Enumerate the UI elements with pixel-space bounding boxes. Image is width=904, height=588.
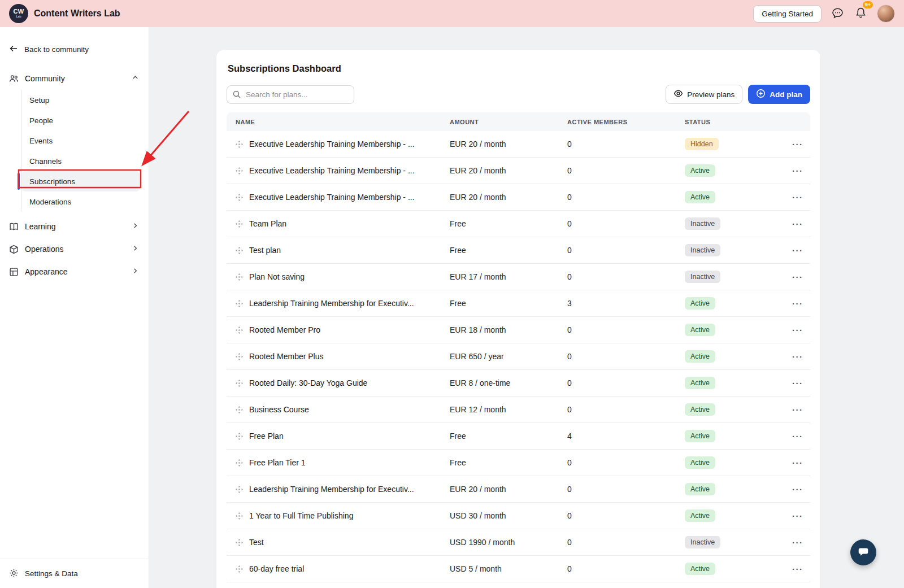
plan-active-members: 0	[558, 405, 676, 414]
row-menu-button[interactable]: ···	[792, 166, 803, 176]
drag-handle-icon[interactable]	[236, 459, 243, 467]
row-menu-button[interactable]: ···	[792, 485, 803, 494]
column-header-amount: AMOUNT	[441, 119, 558, 125]
getting-started-button[interactable]: Getting Started	[753, 5, 822, 23]
drag-handle-icon[interactable]	[236, 512, 243, 520]
row-menu-button[interactable]: ···	[792, 564, 803, 574]
table-row[interactable]: Executive Leadership Training Membership…	[227, 158, 810, 184]
drag-handle-icon[interactable]	[236, 273, 243, 281]
row-menu-button[interactable]: ···	[792, 140, 803, 149]
table-row[interactable]: Free Plan Free 4 Active ···	[227, 423, 810, 450]
bell-icon	[855, 7, 867, 20]
sidebar-nav: Community Setup People Events Channels S…	[0, 62, 149, 283]
table-row[interactable]: Free Plan Tier 1 Free 0 Active ···	[227, 450, 810, 476]
sidebar-group-appearance[interactable]: Appearance	[0, 260, 149, 283]
group-label-community: Community	[25, 74, 65, 83]
preview-plans-button[interactable]: Preview plans	[666, 85, 742, 104]
drag-handle-icon[interactable]	[236, 406, 243, 413]
drag-handle-icon[interactable]	[236, 194, 243, 201]
drag-handle-icon[interactable]	[236, 326, 243, 334]
sidebar-item-channels[interactable]: Channels	[21, 151, 140, 171]
drag-handle-icon[interactable]	[236, 565, 243, 573]
table-row[interactable]: Executive Leadership Training Membership…	[227, 131, 810, 158]
table-row[interactable]: 60-day free trial USD 5 / month 0 Active…	[227, 556, 810, 582]
drag-handle-icon[interactable]	[236, 141, 243, 148]
community-title: Content Writers Lab	[34, 8, 120, 19]
row-menu-button[interactable]: ···	[792, 352, 803, 361]
sidebar-item-label: Moderations	[29, 198, 71, 206]
row-menu-button[interactable]: ···	[792, 193, 803, 202]
row-menu-button[interactable]: ···	[792, 511, 803, 521]
drag-handle-icon[interactable]	[236, 486, 243, 493]
sidebar-group-operations[interactable]: Operations	[0, 238, 149, 260]
plan-name: 60-day free trial	[249, 564, 304, 573]
table-row[interactable]: Leadership Training Membership for Execu…	[227, 290, 810, 317]
sidebar-item-moderations[interactable]: Moderations	[21, 191, 140, 212]
row-menu-button[interactable]: ···	[792, 538, 803, 547]
plan-amount: Free	[441, 299, 558, 308]
table-row[interactable]: Rooted Member Pro EUR 18 / month 0 Activ…	[227, 317, 810, 343]
row-menu-button[interactable]: ···	[792, 458, 803, 468]
community-sub-list: Setup People Events Channels Subscriptio…	[21, 90, 140, 212]
plan-name: Rooted Member Plus	[249, 352, 324, 361]
sidebar-item-events[interactable]: Events	[21, 130, 140, 151]
drag-handle-icon[interactable]	[236, 353, 243, 360]
community-logo[interactable]: CW Lab	[9, 4, 28, 23]
notifications-button[interactable]: 9+	[854, 6, 868, 21]
sidebar-item-setup[interactable]: Setup	[21, 90, 140, 110]
drag-handle-icon[interactable]	[236, 300, 243, 307]
table-row[interactable]: Rooted Daily: 30-Day Yoga Guide EUR 8 / …	[227, 370, 810, 397]
column-header-active-members: ACTIVE MEMBERS	[558, 119, 676, 125]
table-row[interactable]: Test USD 1990 / month 0 Inactive ···	[227, 529, 810, 556]
drag-handle-icon[interactable]	[236, 539, 243, 546]
row-menu-button[interactable]: ···	[792, 272, 803, 282]
drag-handle-icon[interactable]	[236, 433, 243, 440]
plan-amount: Free	[441, 432, 558, 441]
sidebar-item-label: Events	[29, 137, 53, 145]
table-row[interactable]: Test plan Free 0 Inactive ···	[227, 237, 810, 264]
group-label-operations: Operations	[25, 245, 63, 254]
table-row[interactable]: Plan Not saving EUR 17 / month 0 Inactiv…	[227, 264, 810, 290]
row-menu-button[interactable]: ···	[792, 378, 803, 388]
table-row[interactable]: Executive Leadership Training Membership…	[227, 184, 810, 211]
eye-icon	[673, 89, 683, 100]
sidebar-group-learning[interactable]: Learning	[0, 215, 149, 238]
table-row[interactable]: Business Course EUR 12 / month 0 Active …	[227, 397, 810, 423]
table-row[interactable]: Rooted Member Plus EUR 650 / year 0 Acti…	[227, 343, 810, 370]
row-menu-button[interactable]: ···	[792, 299, 803, 308]
drag-handle-icon[interactable]	[236, 220, 243, 228]
search-input[interactable]	[227, 85, 354, 104]
plan-active-members: 0	[558, 564, 676, 573]
table-row[interactable]: 1 Year to Full Time Publishing USD 30 / …	[227, 503, 810, 529]
add-plan-button[interactable]: Add plan	[748, 85, 810, 104]
plan-amount: EUR 12 / month	[441, 405, 558, 414]
drag-handle-icon[interactable]	[236, 167, 243, 175]
row-menu-button[interactable]: ···	[792, 405, 803, 415]
sidebar-item-people[interactable]: People	[21, 110, 140, 130]
row-menu-button[interactable]: ···	[792, 325, 803, 335]
chat-widget-button[interactable]	[850, 539, 876, 565]
plan-active-members: 0	[558, 485, 676, 494]
settings-and-data-link[interactable]: Settings & Data	[0, 559, 149, 588]
row-menu-button[interactable]: ···	[792, 432, 803, 441]
search-icon	[232, 90, 241, 99]
drag-handle-icon[interactable]	[236, 247, 243, 254]
plan-active-members: 0	[558, 219, 676, 228]
drag-handle-icon[interactable]	[236, 380, 243, 387]
plan-amount: Free	[441, 219, 558, 228]
plan-amount: EUR 20 / month	[441, 485, 558, 494]
sidebar-item-label: Channels	[29, 157, 62, 165]
status-badge: Inactive	[685, 244, 720, 256]
back-to-community-link[interactable]: Back to community	[0, 27, 149, 62]
row-menu-button[interactable]: ···	[792, 246, 803, 255]
sidebar-item-subscriptions[interactable]: Subscriptions	[21, 171, 140, 191]
table-row[interactable]: Leadership Training Membership for Execu…	[227, 476, 810, 503]
messages-button[interactable]	[831, 6, 845, 21]
row-menu-button[interactable]: ···	[792, 219, 803, 229]
user-avatar[interactable]	[877, 5, 895, 23]
table-row[interactable]: Team Plan Free 0 Inactive ···	[227, 211, 810, 237]
gear-icon	[9, 568, 19, 580]
status-badge: Active	[685, 430, 715, 442]
sidebar-group-community[interactable]: Community	[0, 67, 149, 90]
plan-active-members: 0	[558, 193, 676, 202]
